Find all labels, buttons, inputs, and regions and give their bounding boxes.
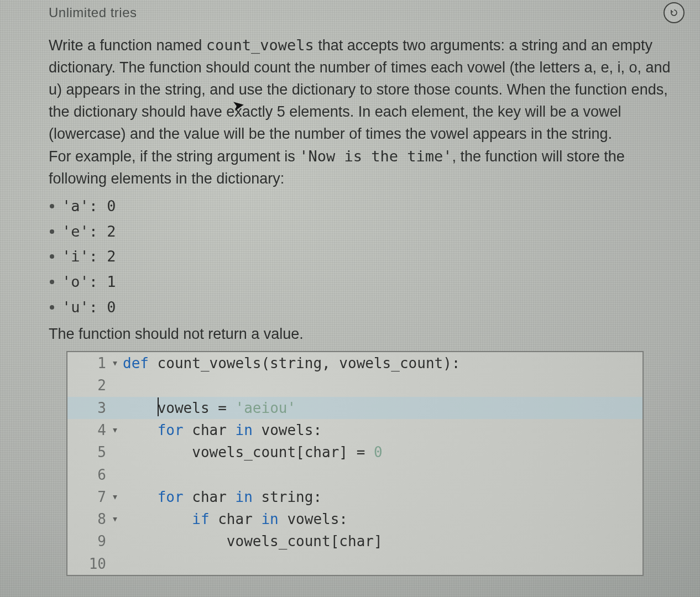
- problem-prompt: Write a function named count_vowels that…: [49, 34, 685, 190]
- code-content[interactable]: [123, 374, 642, 396]
- token-id: [123, 422, 158, 438]
- line-number: 3: [67, 397, 112, 419]
- history-icon: [668, 7, 680, 18]
- bullet-icon: [50, 229, 54, 234]
- code-line[interactable]: 9 vowels_count[char]: [67, 530, 642, 552]
- token-kw: for: [158, 422, 184, 438]
- token-id: vowels =: [158, 400, 236, 416]
- token-kw: if: [192, 511, 209, 527]
- code-line[interactable]: 8▾ if char in vowels:: [67, 508, 642, 530]
- code-content[interactable]: [123, 553, 642, 575]
- line-number: 5: [67, 441, 112, 463]
- code-content[interactable]: def count_vowels(string, vowels_count):: [123, 352, 642, 374]
- token-id: vowels_count[char]: [123, 533, 383, 549]
- fold-toggle-icon: [112, 553, 123, 575]
- list-item: 'e': 2: [49, 219, 685, 244]
- bullet-icon: [50, 305, 54, 310]
- expected-dictionary-list: 'a': 0 'e': 2 'i': 2 'o': 1 'u': 0: [49, 193, 685, 320]
- code-line[interactable]: 5 vowels_count[char] = 0: [67, 441, 642, 463]
- code-line[interactable]: 3 vowels = 'aeiou': [67, 397, 642, 419]
- line-number: 7: [67, 486, 112, 508]
- line-number: 8: [67, 508, 112, 530]
- token-id: char: [184, 489, 236, 505]
- token-id: char: [184, 422, 236, 438]
- line-number: 4: [67, 419, 112, 441]
- code-line[interactable]: 1▾def count_vowels(string, vowels_count)…: [67, 352, 642, 374]
- prompt-text: The function should not return a value.: [49, 323, 685, 345]
- dict-entry: 'i': 2: [62, 244, 116, 269]
- bullet-icon: [50, 254, 54, 259]
- problem-surface: Unlimited tries ➤ Write a function named…: [0, 0, 700, 597]
- token-id: [123, 489, 158, 505]
- code-content[interactable]: vowels_count[char]: [123, 530, 642, 552]
- fold-toggle-icon[interactable]: ▾: [112, 352, 123, 374]
- dict-entry: 'a': 0: [62, 193, 116, 219]
- dict-entry: 'u': 0: [62, 295, 116, 320]
- code-line[interactable]: 6: [67, 464, 642, 486]
- code-content[interactable]: for char in vowels:: [123, 419, 642, 441]
- line-number: 1: [67, 352, 112, 374]
- history-icon-button[interactable]: [664, 2, 685, 23]
- token-id: string:: [253, 489, 322, 505]
- fold-toggle-icon: [112, 397, 123, 419]
- example-string-code: 'Now is the time': [299, 148, 452, 165]
- code-content[interactable]: vowels_count[char] = 0: [123, 441, 642, 463]
- token-id: vowels:: [279, 511, 348, 527]
- line-number: 9: [67, 530, 112, 552]
- code-line[interactable]: 2: [67, 374, 642, 396]
- line-number: 2: [67, 374, 112, 396]
- code-content[interactable]: if char in vowels:: [123, 508, 642, 530]
- token-kw: in: [236, 422, 253, 438]
- bullet-icon: [50, 204, 54, 208]
- line-number: 6: [67, 464, 112, 486]
- list-item: 'o': 1: [49, 269, 685, 295]
- bullet-icon: [50, 280, 54, 284]
- dict-entry: 'e': 2: [62, 219, 116, 244]
- token-kw: def: [123, 355, 149, 371]
- fold-toggle-icon: [112, 464, 123, 486]
- token-kw: for: [158, 489, 184, 505]
- code-content[interactable]: [123, 464, 642, 486]
- token-id: [123, 400, 158, 416]
- list-item: 'u': 0: [49, 295, 685, 320]
- tries-label: Unlimited tries: [49, 5, 137, 20]
- fold-toggle-icon[interactable]: ▾: [112, 486, 123, 508]
- fold-toggle-icon[interactable]: ▾: [112, 508, 123, 530]
- token-id: vowels:: [253, 422, 322, 438]
- line-number: 10: [67, 553, 112, 575]
- fold-toggle-icon: [112, 441, 123, 463]
- token-str: 'aeiou': [236, 400, 296, 416]
- function-name-code: count_vowels: [206, 36, 314, 54]
- code-line[interactable]: 10: [67, 553, 642, 575]
- code-line[interactable]: 4▾ for char in vowels:: [67, 419, 642, 441]
- fold-toggle-icon: [112, 530, 123, 552]
- code-line[interactable]: 7▾ for char in string:: [67, 486, 642, 508]
- token-num: 0: [374, 444, 383, 460]
- code-editor[interactable]: 1▾def count_vowels(string, vowels_count)…: [66, 351, 644, 576]
- fold-toggle-icon: [112, 374, 123, 396]
- dict-entry: 'o': 1: [62, 269, 116, 295]
- code-content[interactable]: vowels = 'aeiou': [123, 397, 642, 419]
- code-content[interactable]: for char in string:: [123, 486, 642, 508]
- prompt-text: For example, if the string argument is: [49, 148, 299, 165]
- fold-toggle-icon[interactable]: ▾: [112, 419, 123, 441]
- prompt-text: Write a function named: [49, 37, 206, 54]
- token-id: char: [210, 511, 262, 527]
- list-item: 'i': 2: [49, 244, 685, 269]
- token-id: [123, 511, 192, 527]
- token-id: count_vowels(string, vowels_count):: [149, 355, 461, 371]
- topbar: Unlimited tries: [49, 0, 685, 23]
- token-kw: in: [236, 489, 253, 505]
- token-id: vowels_count[char] =: [123, 444, 374, 460]
- list-item: 'a': 0: [49, 193, 685, 219]
- token-kw: in: [261, 511, 278, 527]
